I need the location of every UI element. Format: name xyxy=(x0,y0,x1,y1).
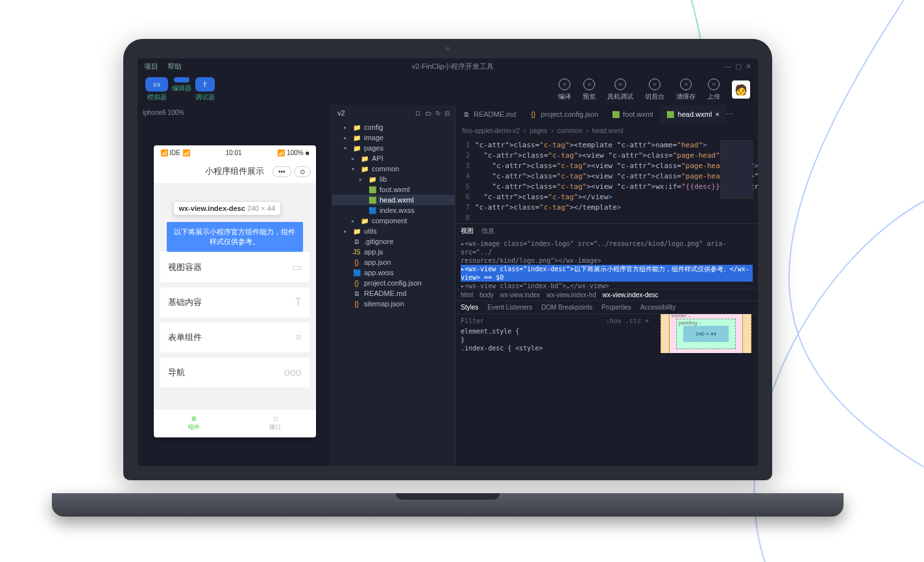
new-file-icon[interactable]: 🗋 xyxy=(415,110,421,117)
phone-navbar: 小程序组件展示 ••• ⊙ xyxy=(154,160,316,183)
tree-node[interactable]: ▸ 📁 utils xyxy=(332,226,455,236)
dom-crumb-item[interactable]: html xyxy=(461,291,473,299)
simulator-device[interactable]: iphone6 100% xyxy=(138,105,332,119)
minimap[interactable] xyxy=(720,140,753,199)
tree-node[interactable]: {} project.config.json xyxy=(332,278,455,288)
tree-node[interactable]: 🟦 index.wxss xyxy=(332,205,455,215)
tree-root[interactable]: v2 xyxy=(337,109,345,117)
list-item[interactable]: 导航ooo xyxy=(160,358,310,387)
box-model: margin 10 border – padding – 240 × 44 xyxy=(654,314,758,353)
toolbar: ▭模拟器 编辑器 ⫯调试器 ○编译 ○预览 ○真机调试 ○切后台 ○清缓存 ○上… xyxy=(138,74,758,105)
tree-node[interactable]: ▸ 📁 component xyxy=(332,215,455,226)
styles-pane[interactable]: Filter :hov .cls + element.style {}.inde… xyxy=(456,314,654,353)
tree-node[interactable]: 🗎 .gitignore xyxy=(332,236,455,247)
toolbar-action[interactable]: ○编译 xyxy=(558,79,571,101)
new-folder-icon[interactable]: 🗀 xyxy=(425,110,432,117)
tree-node[interactable]: 🟦 app.wxss xyxy=(332,267,455,278)
dom-crumb-item[interactable]: wx-view.index-desc xyxy=(602,291,658,299)
phone-statusbar: 📶 IDE 📶 10:01 📶 100% ■ xyxy=(154,145,316,160)
devtools-subtab[interactable]: Properties xyxy=(602,304,631,311)
window-title: v2-FinClip小程序开发工具 xyxy=(191,62,715,71)
dom-crumb-item[interactable]: wx-view.index-hd xyxy=(546,291,596,299)
collapse-icon[interactable]: ⊟ xyxy=(444,110,450,117)
toolbar-pill[interactable]: ⫯调试器 xyxy=(195,77,215,102)
camera-dot xyxy=(446,47,450,51)
toolbar-action[interactable]: ○清缓存 xyxy=(676,79,696,101)
dom-crumb-item[interactable]: body xyxy=(480,291,494,299)
tree-node[interactable]: ▾ 📁 common xyxy=(332,164,455,174)
tree-node[interactable]: 🟩 head.wxml xyxy=(332,195,455,205)
minimize-icon[interactable]: — xyxy=(724,62,731,71)
breadcrumb: fino-applet-demo-v2 › pages › common › h… xyxy=(456,123,758,138)
avatar[interactable]: 🧑 xyxy=(732,80,750,99)
dom-crumb-item[interactable]: wx-view.index xyxy=(500,291,541,299)
toolbar-pill[interactable]: ▭模拟器 xyxy=(145,77,168,102)
ide-screen: 项目 帮助 v2-FinClip小程序开发工具 — ▢ ✕ ▭模拟器 编辑器 ⫯… xyxy=(138,58,758,466)
list-item[interactable]: 基础内容T xyxy=(160,287,310,317)
list-item[interactable]: 视图容器▭ xyxy=(160,252,310,282)
tree-node[interactable]: ▾ 📁 pages xyxy=(332,143,455,153)
list-item[interactable]: 表单组件≡ xyxy=(160,323,310,352)
tree-node[interactable]: ▸ 📁 config xyxy=(332,122,455,132)
styles-filter[interactable]: Filter xyxy=(461,317,484,325)
tree-node[interactable]: {} app.json xyxy=(332,257,455,267)
menu-bar: 项目 帮助 v2-FinClip小程序开发工具 — ▢ ✕ xyxy=(138,58,758,74)
devtools-subtab[interactable]: Event Listeners xyxy=(487,304,532,311)
editor-panel: 🗎README.md {}project.config.json 🟩foot.w… xyxy=(456,105,758,466)
capsule-close-icon[interactable]: ⊙ xyxy=(294,166,311,177)
refresh-icon[interactable]: ↻ xyxy=(435,110,441,117)
devtools-tab[interactable]: 信息 xyxy=(481,226,494,236)
simulator-panel: iphone6 100% 📶 IDE 📶 10:01 📶 100% ■ 小程序组… xyxy=(138,105,332,466)
devtools-panel: 视图信息 ▸<wx-image class="index-logo" src="… xyxy=(456,223,758,353)
menu-project[interactable]: 项目 xyxy=(144,62,158,71)
file-explorer: v2 🗋 🗀 ↻ ⊟ ▸ 📁 config ▸ 📁 image ▾ 📁 p xyxy=(332,105,456,466)
tree-node[interactable]: 🗎 README.md xyxy=(332,288,455,299)
editor-tab[interactable]: 🟩head.wxml× xyxy=(660,105,726,123)
dom-breadcrumb[interactable]: htmlbodywx-view.indexwx-view.index-hdwx-… xyxy=(456,289,758,300)
highlighted-element: 以下将展示小程序官方组件能力，组件样式仅供参考。 xyxy=(167,222,303,252)
editor-tab[interactable]: {}project.config.json xyxy=(522,105,605,123)
tree-node[interactable]: {} sitemap.json xyxy=(332,299,455,309)
tree-node[interactable]: ▸ 📁 image xyxy=(332,132,455,143)
devtools-subtab[interactable]: DOM Breakpoints xyxy=(541,304,592,311)
editor-tab[interactable]: 🗎README.md xyxy=(456,105,522,123)
laptop-frame: 项目 帮助 v2-FinClip小程序开发工具 — ▢ ✕ ▭模拟器 编辑器 ⫯… xyxy=(104,39,792,506)
close-icon[interactable]: ✕ xyxy=(746,62,751,71)
tree-node[interactable]: ▸ 📁 lib xyxy=(332,174,455,184)
toolbar-action[interactable]: ○真机调试 xyxy=(607,79,633,101)
phone-tab[interactable]: ◻接口 xyxy=(235,409,316,437)
code-editor[interactable]: 12345678 "c-attr">class="c-tag"><templat… xyxy=(456,138,758,223)
editor-tab[interactable]: 🟩foot.wxml xyxy=(605,105,659,123)
tree-node[interactable]: 🟩 foot.wxml xyxy=(332,184,455,195)
dom-tree[interactable]: ▸<wx-image class="index-logo" src="../re… xyxy=(456,238,758,289)
toolbar-action[interactable]: ○预览 xyxy=(583,79,596,101)
capsule-more-icon[interactable]: ••• xyxy=(273,166,291,177)
phone-tab[interactable]: ⊞组件 xyxy=(154,409,235,437)
devtools-subtab[interactable]: Accessibility xyxy=(640,304,675,311)
devtools-subtab[interactable]: Styles xyxy=(461,304,478,311)
tree-node[interactable]: ▸ 📁 API xyxy=(332,153,455,164)
devtools-tab[interactable]: 视图 xyxy=(461,226,474,236)
menu-help[interactable]: 帮助 xyxy=(167,62,182,71)
maximize-icon[interactable]: ▢ xyxy=(735,62,742,71)
tab-more-icon[interactable]: ⋯ xyxy=(726,110,733,119)
toolbar-action[interactable]: ○上传 xyxy=(707,79,720,101)
styles-hover-toggle[interactable]: :hov .cls + xyxy=(606,317,649,325)
phone-preview: 📶 IDE 📶 10:01 📶 100% ■ 小程序组件展示 ••• ⊙ xyxy=(154,145,316,437)
tree-node[interactable]: JS app.js xyxy=(332,247,455,257)
toolbar-pill[interactable]: 编辑器 xyxy=(172,77,191,102)
inspector-tooltip: wx-view.index-desc 240 × 44 xyxy=(173,201,282,215)
toolbar-action[interactable]: ○切后台 xyxy=(645,79,664,101)
